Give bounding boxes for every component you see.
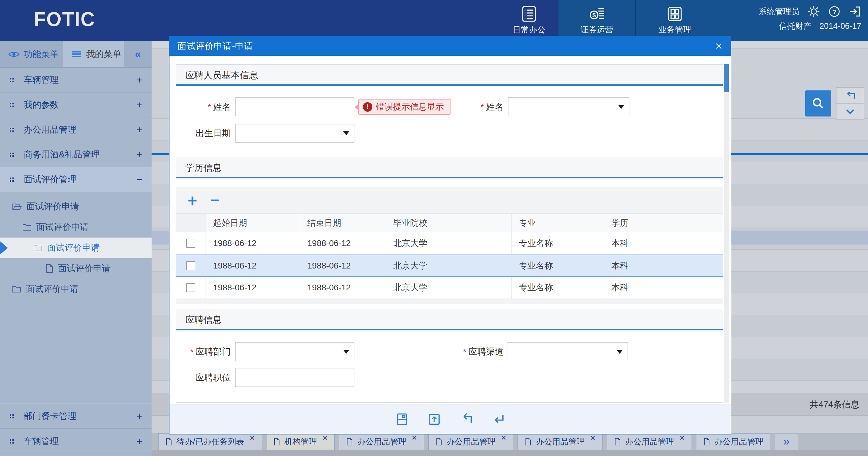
enter-button[interactable] (492, 412, 505, 426)
tab-office-supplies[interactable]: 办公用品管理 (696, 433, 770, 450)
row-checkbox[interactable] (186, 283, 195, 292)
tab-label: 待办/已办任务列表 (177, 436, 244, 447)
table-row-selected[interactable]: 1988-06-12 1988-06-12 北京大学 专业名称 本科 (176, 255, 723, 277)
expand-toggle[interactable]: + (137, 410, 143, 422)
collapse-toggle[interactable]: − (137, 174, 143, 186)
apply-channel-dropdown[interactable] (506, 342, 628, 361)
tree-item-interview-application[interactable]: 面试评价申请 (0, 217, 152, 237)
close-icon[interactable]: ✕ (715, 41, 723, 51)
expand-toggle[interactable]: + (137, 124, 143, 136)
tab-office-supplies[interactable]: 办公用品管理 ✕ (339, 433, 424, 450)
hamburger-icon (71, 50, 82, 58)
sidebar-collapse-button[interactable]: « (124, 41, 152, 67)
tab-office-supplies[interactable]: 办公用品管理 ✕ (607, 433, 692, 450)
birth-date-dropdown[interactable] (235, 124, 354, 143)
sidebar-item-dept-meal-card[interactable]: 部门餐卡管理 + (0, 403, 152, 429)
selected-marker-triangle (0, 241, 8, 255)
remove-row-button[interactable]: − (211, 193, 219, 208)
apply-dept-dropdown[interactable] (235, 342, 354, 361)
name2-dropdown[interactable] (508, 97, 629, 116)
name2-label: *姓名 (455, 97, 503, 116)
tab-label: 办公用品管理 (357, 436, 406, 447)
upload-button[interactable] (427, 412, 441, 426)
cell-start-date: 1988-06-12 (206, 277, 300, 298)
expand-toggle[interactable]: + (137, 99, 143, 111)
apply-position-input[interactable] (235, 368, 354, 387)
sidebar-item-label: 办公用品管理 (24, 124, 137, 136)
tab-close-icon[interactable]: ✕ (679, 434, 685, 442)
tab-label: 办公用品管理 (446, 436, 496, 447)
sidebar-item-office-supplies[interactable]: 办公用品管理 + (0, 117, 152, 142)
column-header: 学历 (604, 213, 723, 232)
tab-function-menu[interactable]: 功能菜单 (0, 41, 63, 67)
nav-item-daily-office[interactable]: 日常办公 (500, 0, 558, 41)
sidebar-item-business-wine-gifts[interactable]: 商务用酒&礼品管理 + (0, 142, 152, 167)
row-checkbox[interactable] (186, 261, 195, 270)
grid-dots-icon (9, 177, 15, 183)
reset-button[interactable] (836, 88, 864, 104)
tab-overflow-button[interactable]: » (775, 433, 798, 450)
table-row[interactable]: 1988-06-12 1988-06-12 北京大学 专业名称 本科 (176, 277, 723, 299)
nav-item-business[interactable]: 业务管理 (635, 0, 714, 41)
table-row[interactable]: 1988-06-12 1988-06-12 北京大学 专业名称 本科 (176, 232, 723, 255)
sidebar-item-my-params[interactable]: 我的参数 + (0, 92, 152, 117)
help-icon[interactable]: ? (828, 5, 841, 18)
grid-dots-icon (9, 127, 15, 133)
modal-scrollbar[interactable] (724, 64, 729, 403)
sidebar-item-label: 我的参数 (24, 99, 137, 111)
gear-icon[interactable] (807, 5, 820, 18)
securities-coin-icon: $ (589, 6, 605, 22)
cell-major: 专业名称 (512, 232, 604, 254)
name-input[interactable] (235, 97, 354, 116)
error-tooltip: ! 错误提示信息显示 (358, 99, 451, 115)
apply-position-label: 应聘职位 (176, 368, 231, 387)
tab-close-icon[interactable]: ✕ (411, 434, 417, 442)
tab-office-supplies[interactable]: 办公用品管理 ✕ (518, 433, 602, 450)
save-button[interactable] (395, 412, 409, 426)
tab-close-icon[interactable]: ✕ (590, 434, 595, 442)
column-header: 毕业院校 (386, 213, 512, 232)
cell-end-date: 1988-06-12 (300, 277, 386, 298)
tab-close-icon[interactable]: ✕ (322, 434, 328, 442)
education-table: 起始日期 结束日期 毕业院校 专业 学历 1988-06-12 1988-06-… (176, 213, 723, 299)
tab-task-list[interactable]: 待办/已办任务列表 ✕ (158, 433, 262, 450)
tab-close-icon[interactable]: ✕ (501, 434, 506, 442)
search-side-panel (836, 87, 864, 119)
search-icon (811, 96, 825, 110)
header-user-area: 系统管理员 ? (758, 4, 861, 33)
tab-label: 功能菜单 (24, 48, 59, 60)
logout-icon[interactable] (848, 5, 861, 18)
tab-office-supplies[interactable]: 办公用品管理 ✕ (428, 433, 513, 450)
sidebar-item-vehicle-mgmt[interactable]: 车辆管理 + (0, 68, 152, 92)
user-org: 信托财产 (779, 21, 812, 32)
undo-icon (844, 92, 856, 99)
current-date: 2014-06-17 (819, 22, 861, 31)
tab-label: 机构管理 (284, 436, 317, 447)
tree-item-interview-application[interactable]: 面试评价申请 (0, 196, 152, 217)
tree-item-interview-application[interactable]: 面试评价申请 (0, 258, 152, 279)
tree-item-interview-application[interactable]: 面试评价申请 (0, 279, 152, 300)
expand-toggle[interactable]: + (137, 436, 143, 447)
row-checkbox[interactable] (186, 239, 195, 248)
sidebar-item-label: 车辆管理 (24, 74, 137, 86)
expand-search-button[interactable] (836, 104, 864, 119)
error-text: 错误提示信息显示 (376, 101, 444, 113)
add-row-button[interactable]: + (188, 192, 197, 208)
grid-dots-icon (9, 77, 15, 83)
expand-toggle[interactable]: + (137, 149, 143, 161)
document-icon (614, 437, 621, 446)
expand-toggle[interactable]: + (137, 74, 143, 86)
undo-button[interactable] (459, 412, 473, 426)
sidebar-item-vehicle-mgmt-2[interactable]: 车辆管理 + (0, 429, 152, 454)
modal-scrollbar-thumb[interactable] (724, 64, 729, 92)
modal-footer-toolbar (169, 404, 731, 434)
nav-item-securities[interactable]: $ 证券运营 (558, 0, 635, 41)
cell-degree: 本科 (604, 255, 723, 276)
tab-close-icon[interactable]: ✕ (249, 434, 255, 442)
tree-item-label: 面试评价申请 (58, 262, 111, 275)
search-button[interactable] (805, 90, 831, 116)
sidebar-item-interview-eval-mgmt[interactable]: 面试评价管理 − (0, 167, 152, 192)
tree-item-interview-application-selected[interactable]: 面试评价申请 (0, 237, 152, 258)
tab-my-menu[interactable]: 我的菜单 (63, 41, 124, 67)
tab-org-mgmt[interactable]: 机构管理 ✕ (266, 433, 335, 450)
